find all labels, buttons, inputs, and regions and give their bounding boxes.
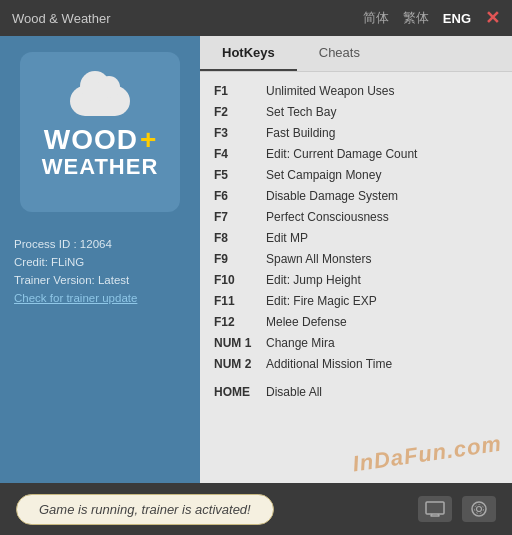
hotkey-key: F9 [214, 250, 266, 268]
hotkey-item: F11Edit: Fire Magic EXP [214, 292, 498, 310]
update-link[interactable]: Check for trainer update [14, 292, 137, 304]
version-label: Trainer Version: [14, 274, 95, 286]
hotkey-item: F2Set Tech Bay [214, 103, 498, 121]
hotkey-item: F7Perfect Consciousness [214, 208, 498, 226]
hotkey-desc: Edit MP [266, 229, 308, 247]
hotkey-item: F8Edit MP [214, 229, 498, 247]
hotkey-desc: Set Campaign Money [266, 166, 381, 184]
close-button[interactable]: ✕ [485, 7, 500, 29]
logo-weather-text: WEATHER [42, 156, 159, 178]
hotkey-item: F3Fast Building [214, 124, 498, 142]
left-panel: WOOD + WEATHER Process ID : 12064 Credit… [0, 36, 200, 483]
version-value: Latest [98, 274, 129, 286]
svg-point-6 [475, 505, 484, 514]
music-icon[interactable] [462, 496, 496, 522]
title-bar-controls: 简体 繁体 ENG ✕ [363, 7, 500, 29]
app-title: Wood & Weather [12, 11, 111, 26]
hotkey-desc: Additional Mission Time [266, 355, 392, 373]
logo-plus-sign: + [140, 124, 156, 156]
hotkey-item: F5Set Campaign Money [214, 166, 498, 184]
hotkey-desc: Fast Building [266, 124, 335, 142]
svg-point-4 [472, 502, 486, 516]
hotkey-item: HOMEDisable All [214, 383, 498, 401]
hotkey-desc: Set Tech Bay [266, 103, 337, 121]
hotkey-item: F10Edit: Jump Height [214, 271, 498, 289]
monitor-icon[interactable] [418, 496, 452, 522]
hotkey-key: F6 [214, 187, 266, 205]
logo-wood-text: WOOD [44, 126, 138, 154]
hotkey-desc: Perfect Consciousness [266, 208, 389, 226]
hotkey-key: HOME [214, 383, 266, 401]
hotkey-desc: Edit: Fire Magic EXP [266, 292, 377, 310]
tab-cheats[interactable]: Cheats [297, 36, 382, 71]
credit-value: FLiNG [51, 256, 84, 268]
hotkey-desc: Change Mira [266, 334, 335, 352]
svg-rect-0 [426, 502, 444, 514]
hotkey-desc: Edit: Jump Height [266, 271, 361, 289]
hotkey-key: F3 [214, 124, 266, 142]
tab-hotkeys[interactable]: HotKeys [200, 36, 297, 71]
process-label: Process ID : [14, 238, 77, 250]
hotkey-desc: Melee Defense [266, 313, 347, 331]
hotkey-item: NUM 1Change Mira [214, 334, 498, 352]
hotkey-key: F2 [214, 103, 266, 121]
hotkey-key: F1 [214, 82, 266, 100]
hotkey-key: F12 [214, 313, 266, 331]
logo-cloud-icon [70, 86, 130, 116]
lang-simplified[interactable]: 简体 [363, 9, 389, 27]
hotkey-item: F12Melee Defense [214, 313, 498, 331]
hotkey-desc: Edit: Current Damage Count [266, 145, 417, 163]
credit-label: Credit: [14, 256, 48, 268]
tab-bar: HotKeys Cheats [200, 36, 512, 72]
hotkey-key: F5 [214, 166, 266, 184]
bottom-icons [418, 496, 496, 522]
update-link-line[interactable]: Check for trainer update [14, 292, 186, 304]
game-logo: WOOD + WEATHER [20, 52, 180, 212]
hotkeys-list: F1Unlimited Weapon UsesF2Set Tech BayF3F… [200, 72, 512, 483]
hotkey-desc: Disable Damage System [266, 187, 398, 205]
credit-line: Credit: FLiNG [14, 256, 186, 268]
hotkey-item: NUM 2Additional Mission Time [214, 355, 498, 373]
hotkey-key: NUM 1 [214, 334, 266, 352]
process-id-line: Process ID : 12064 [14, 238, 186, 250]
hotkey-key: F4 [214, 145, 266, 163]
process-id-value: 12064 [80, 238, 112, 250]
hotkey-desc: Spawn All Monsters [266, 250, 371, 268]
bottom-bar: Game is running, trainer is activated! [0, 483, 512, 535]
hotkey-item: F9Spawn All Monsters [214, 250, 498, 268]
status-badge: Game is running, trainer is activated! [16, 494, 274, 525]
lang-english[interactable]: ENG [443, 11, 471, 26]
hotkey-key: F10 [214, 271, 266, 289]
hotkey-key: NUM 2 [214, 355, 266, 373]
main-area: WOOD + WEATHER Process ID : 12064 Credit… [0, 36, 512, 483]
hotkey-item: F4Edit: Current Damage Count [214, 145, 498, 163]
title-bar: Wood & Weather 简体 繁体 ENG ✕ [0, 0, 512, 36]
hotkey-desc: Unlimited Weapon Uses [266, 82, 395, 100]
svg-point-5 [477, 507, 482, 512]
hotkey-key: F11 [214, 292, 266, 310]
hotkey-desc: Disable All [266, 383, 322, 401]
left-info-panel: Process ID : 12064 Credit: FLiNG Trainer… [0, 228, 200, 320]
hotkey-key: F8 [214, 229, 266, 247]
hotkey-key: F7 [214, 208, 266, 226]
hotkey-item: F1Unlimited Weapon Uses [214, 82, 498, 100]
hotkey-item: F6Disable Damage System [214, 187, 498, 205]
right-panel: HotKeys Cheats F1Unlimited Weapon UsesF2… [200, 36, 512, 483]
version-line: Trainer Version: Latest [14, 274, 186, 286]
lang-traditional[interactable]: 繁体 [403, 9, 429, 27]
